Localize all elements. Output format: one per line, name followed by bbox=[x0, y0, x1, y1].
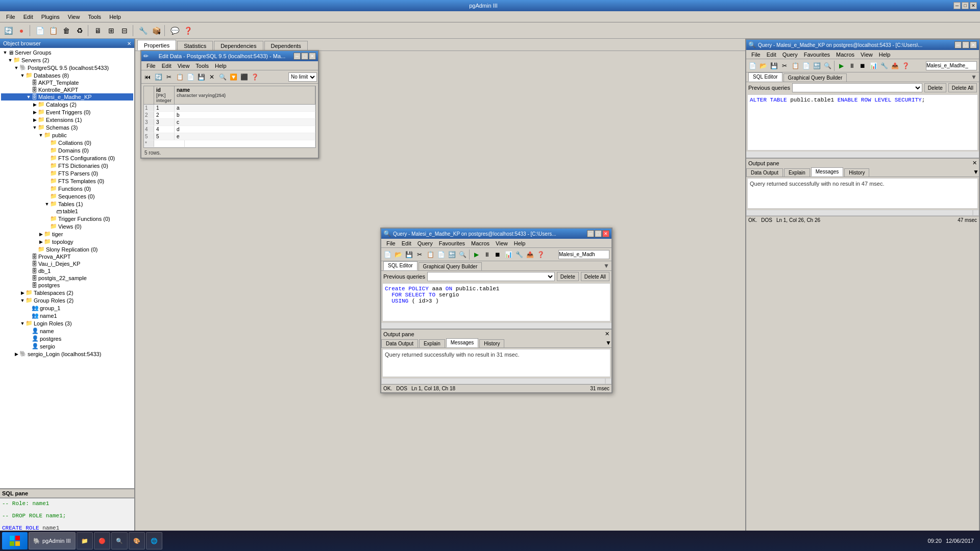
q-fg-menu-help[interactable]: Help bbox=[511, 240, 529, 247]
q-fg-tb-14[interactable]: ❓ bbox=[535, 249, 546, 260]
row-2-id[interactable]: 2 bbox=[154, 112, 175, 118]
q-bg-menu-macros[interactable]: Macros bbox=[833, 51, 857, 58]
menu-plugins[interactable]: Plugins bbox=[37, 13, 64, 21]
row-1-name[interactable]: a bbox=[175, 105, 315, 111]
toolbar-btn-5[interactable]: 🗑 bbox=[60, 24, 72, 37]
tab-explain-fg[interactable]: Explain bbox=[419, 339, 445, 347]
q-fg-tb-4[interactable]: ✂ bbox=[414, 249, 425, 260]
q-bg-tb-14[interactable]: ❓ bbox=[900, 61, 911, 71]
edit-tb-2[interactable]: 🔄 bbox=[153, 72, 163, 82]
q-fg-out-arrow[interactable]: ▼ bbox=[605, 339, 611, 346]
tree-postgres-db[interactable]: 🗄postgres bbox=[1, 282, 133, 289]
tab-history-bg[interactable]: History bbox=[844, 168, 869, 177]
tab-graphical-fg[interactable]: Graphical Query Builder bbox=[419, 262, 482, 270]
query-fg-close[interactable]: ✕ bbox=[602, 230, 609, 237]
q-bg-tb-9[interactable]: ⏸ bbox=[847, 61, 857, 71]
tree-name1[interactable]: 👥name1 bbox=[1, 312, 133, 319]
close-button[interactable]: ✕ bbox=[970, 2, 977, 9]
tree-topology[interactable]: ▶📁topology bbox=[1, 238, 133, 245]
minimize-button[interactable]: ─ bbox=[953, 2, 961, 9]
q-bg-vscroll[interactable] bbox=[973, 210, 979, 216]
edit-menu-help[interactable]: Help bbox=[212, 62, 230, 69]
q-fg-vscroll[interactable] bbox=[605, 378, 611, 384]
q-bg-tb-10[interactable]: ⏹ bbox=[857, 61, 868, 71]
q-fg-menu-view[interactable]: View bbox=[493, 240, 511, 247]
toolbar-btn-7[interactable]: 🖥 bbox=[92, 24, 104, 37]
tree-server-groups[interactable]: ▼🖥Server Groups bbox=[1, 49, 133, 56]
tab-messages-fg[interactable]: Messages bbox=[446, 338, 479, 347]
q-fg-tb-9[interactable]: ⏸ bbox=[482, 249, 492, 260]
delete-btn-fg[interactable]: Delete bbox=[557, 272, 579, 281]
tree-trigger-functions[interactable]: 📁Trigger Functions (0) bbox=[1, 215, 133, 222]
tree-db1[interactable]: 🗄db_1 bbox=[1, 267, 133, 274]
tree-domains[interactable]: 📁Domains (0) bbox=[1, 146, 133, 154]
tree-kontrolle[interactable]: 🗄Kontrolle_AKPT bbox=[1, 86, 133, 93]
row-new-name[interactable] bbox=[185, 140, 315, 147]
object-browser-close[interactable]: ✕ bbox=[127, 41, 131, 46]
tree-view[interactable]: ▼🖥Server Groups ▼📁Servers (2) ▼🐘PostgreS… bbox=[0, 48, 134, 488]
q-bg-tb-13[interactable]: 📤 bbox=[890, 61, 900, 71]
q-bg-connection-field[interactable] bbox=[926, 61, 977, 70]
query-bg-editor[interactable]: ALTER TABLE public.table1 ENABLE ROW LEV… bbox=[747, 94, 978, 151]
toolbar-btn-8[interactable]: ⊞ bbox=[105, 24, 117, 37]
row-3-id[interactable]: 3 bbox=[154, 119, 175, 126]
edit-menu-tools[interactable]: Tools bbox=[192, 62, 212, 69]
q-bg-menu-view[interactable]: View bbox=[857, 51, 876, 58]
tab-dependencies[interactable]: Dependencies bbox=[214, 41, 263, 51]
query-fg-minimize[interactable]: ─ bbox=[587, 230, 594, 237]
tab-data-output-bg[interactable]: Data Output bbox=[746, 168, 783, 177]
row-5-id[interactable]: 5 bbox=[154, 133, 175, 140]
taskbar-app-3[interactable]: 🔍 bbox=[111, 532, 128, 549]
q-fg-hscroll[interactable] bbox=[381, 322, 611, 329]
q-bg-tb-11[interactable]: 📊 bbox=[868, 61, 878, 71]
q-fg-tb-8[interactable]: 🔍 bbox=[457, 249, 468, 260]
tree-group1[interactable]: 👥group_1 bbox=[1, 304, 133, 312]
q-bg-tb-1[interactable]: 📄 bbox=[747, 61, 757, 71]
toolbar-btn-3[interactable]: 📄 bbox=[34, 24, 46, 37]
q-bg-tab-arrow[interactable]: ▼ bbox=[971, 73, 977, 81]
q-fg-tb-run[interactable]: ▶ bbox=[471, 249, 481, 260]
edit-tb-5[interactable]: 📄 bbox=[185, 72, 195, 82]
edit-tb-4[interactable]: 📋 bbox=[175, 72, 185, 82]
edit-tb-9[interactable]: 🔽 bbox=[228, 72, 238, 82]
row-new-id[interactable] bbox=[154, 140, 185, 147]
edit-limit-select[interactable]: No limit 100 500 bbox=[288, 72, 317, 82]
tab-properties[interactable]: Properties bbox=[137, 40, 176, 51]
tree-login-roles[interactable]: ▼📁Login Roles (3) bbox=[1, 319, 133, 327]
q-bg-tb-4[interactable]: ✂ bbox=[779, 61, 790, 71]
q-bg-hscroll2[interactable] bbox=[746, 210, 973, 216]
q-fg-tb-12[interactable]: 🔧 bbox=[514, 249, 524, 260]
tab-history-fg[interactable]: History bbox=[479, 339, 504, 347]
tree-public[interactable]: ▼📁public bbox=[1, 131, 133, 139]
q-fg-tb-2[interactable]: 📂 bbox=[393, 249, 403, 260]
tree-servers[interactable]: ▼📁Servers (2) bbox=[1, 56, 133, 64]
menu-tools[interactable]: Tools bbox=[84, 13, 105, 21]
tree-extensions[interactable]: ▶📁Extensions (1) bbox=[1, 116, 133, 123]
edit-data-minimize[interactable]: ─ bbox=[293, 53, 301, 60]
edit-menu-view[interactable]: View bbox=[175, 62, 193, 69]
query-bg-maximize[interactable]: □ bbox=[962, 41, 969, 48]
q-bg-menu-query[interactable]: Query bbox=[779, 51, 801, 58]
q-fg-tb-6[interactable]: 📄 bbox=[436, 249, 446, 260]
row-2-name[interactable]: b bbox=[175, 112, 315, 118]
tree-fts-parsers[interactable]: 📁FTS Parsers (0) bbox=[1, 169, 133, 177]
q-fg-menu-file[interactable]: File bbox=[383, 240, 399, 247]
toolbar-btn-help[interactable]: ❓ bbox=[182, 24, 194, 37]
edit-menu-edit[interactable]: Edit bbox=[159, 62, 175, 69]
q-fg-tb-3[interactable]: 💾 bbox=[404, 249, 414, 260]
tab-sql-editor-bg[interactable]: SQL Editor bbox=[748, 72, 782, 82]
tree-prova[interactable]: 🗄Prova_AKPT bbox=[1, 253, 133, 260]
taskbar-app-4[interactable]: 🎨 bbox=[129, 532, 145, 549]
query-bg-minimize[interactable]: ─ bbox=[954, 41, 962, 48]
toolbar-btn-10[interactable]: 🔧 bbox=[137, 24, 149, 37]
q-bg-tb-2[interactable]: 📂 bbox=[758, 61, 768, 71]
row-5-name[interactable]: e bbox=[175, 133, 315, 140]
tree-views[interactable]: 📁Views (0) bbox=[1, 222, 133, 230]
menu-edit[interactable]: Edit bbox=[19, 13, 37, 21]
prev-queries-dropdown-fg[interactable] bbox=[427, 272, 555, 281]
q-bg-hscroll[interactable] bbox=[746, 152, 979, 158]
q-bg-tb-6[interactable]: 📄 bbox=[801, 61, 811, 71]
q-bg-menu-fav[interactable]: Favourites bbox=[801, 51, 833, 58]
tab-explain-bg[interactable]: Explain bbox=[784, 168, 810, 177]
tree-postgresql[interactable]: ▼🐘PostgreSQL 9.5 (localhost:5433) bbox=[1, 64, 133, 71]
